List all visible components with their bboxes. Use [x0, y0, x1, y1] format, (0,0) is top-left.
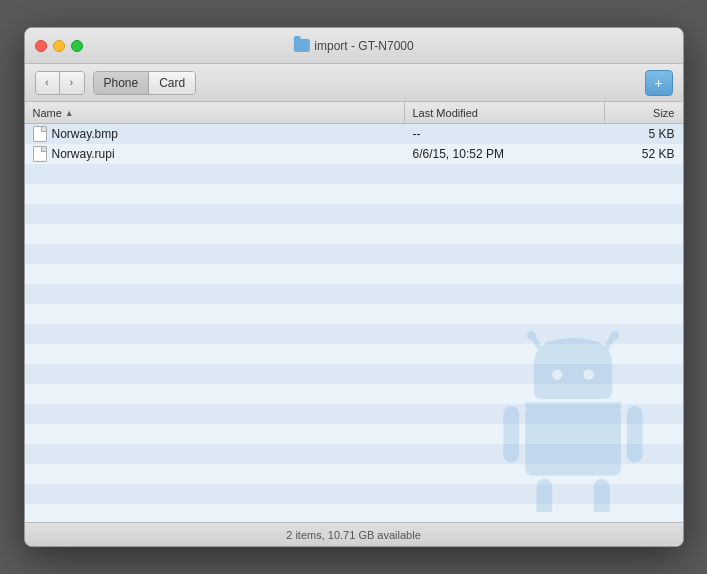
table-row[interactable]: Norway.bmp -- 5 KB — [25, 124, 683, 144]
file-list: Norway.bmp -- 5 KB Norway.rupi 6/6/15, 1… — [25, 124, 683, 522]
svg-rect-9 — [536, 479, 552, 512]
title-folder-icon — [293, 39, 309, 52]
empty-row — [25, 224, 683, 244]
empty-row — [25, 264, 683, 284]
titlebar: import - GT-N7000 — [25, 28, 683, 64]
maximize-button[interactable] — [71, 40, 83, 52]
toolbar: ‹ › Phone Card + — [25, 64, 683, 102]
svg-rect-6 — [525, 406, 621, 476]
segment-buttons: Phone Card — [93, 71, 197, 95]
statusbar: 2 items, 10.71 GB available — [25, 522, 683, 546]
file-icon-bmp — [33, 126, 47, 142]
svg-rect-8 — [626, 406, 642, 463]
col-modified-header[interactable]: Last Modified — [405, 102, 605, 123]
content-area: Name ▲ Last Modified Size Norway.bmp -- — [25, 102, 683, 522]
svg-point-4 — [552, 369, 562, 379]
file-modified-cell: 6/6/15, 10:52 PM — [405, 147, 605, 161]
svg-point-1 — [526, 331, 535, 340]
file-name-cell: Norway.rupi — [25, 146, 405, 162]
empty-row — [25, 184, 683, 204]
column-headers: Name ▲ Last Modified Size — [25, 102, 683, 124]
col-name-header[interactable]: Name ▲ — [25, 102, 405, 123]
file-size-cell: 52 KB — [605, 147, 683, 161]
empty-row — [25, 284, 683, 304]
sort-arrow-icon: ▲ — [65, 108, 74, 118]
svg-rect-11 — [525, 402, 621, 409]
card-tab[interactable]: Card — [149, 72, 195, 94]
close-button[interactable] — [35, 40, 47, 52]
svg-rect-7 — [503, 406, 519, 463]
file-icon-rupi — [33, 146, 47, 162]
traffic-lights — [35, 40, 83, 52]
col-size-header[interactable]: Size — [605, 102, 683, 123]
nav-buttons: ‹ › — [35, 71, 85, 95]
phone-tab[interactable]: Phone — [94, 72, 150, 94]
android-watermark — [483, 312, 663, 512]
finder-window: import - GT-N7000 ‹ › Phone Card + — [24, 27, 684, 547]
empty-row — [25, 204, 683, 224]
file-name-cell: Norway.bmp — [25, 126, 405, 142]
add-folder-icon: + — [654, 75, 662, 91]
file-modified-cell: -- — [405, 127, 605, 141]
add-folder-button[interactable]: + — [645, 70, 673, 96]
minimize-button[interactable] — [53, 40, 65, 52]
table-row[interactable]: Norway.rupi 6/6/15, 10:52 PM 52 KB — [25, 144, 683, 164]
back-button[interactable]: ‹ — [36, 72, 60, 94]
window-title: import - GT-N7000 — [293, 39, 413, 53]
svg-point-5 — [583, 369, 593, 379]
empty-row — [25, 244, 683, 264]
file-size-cell: 5 KB — [605, 127, 683, 141]
forward-button[interactable]: › — [60, 72, 84, 94]
svg-point-3 — [610, 331, 619, 340]
svg-rect-10 — [593, 479, 609, 512]
empty-row — [25, 164, 683, 184]
